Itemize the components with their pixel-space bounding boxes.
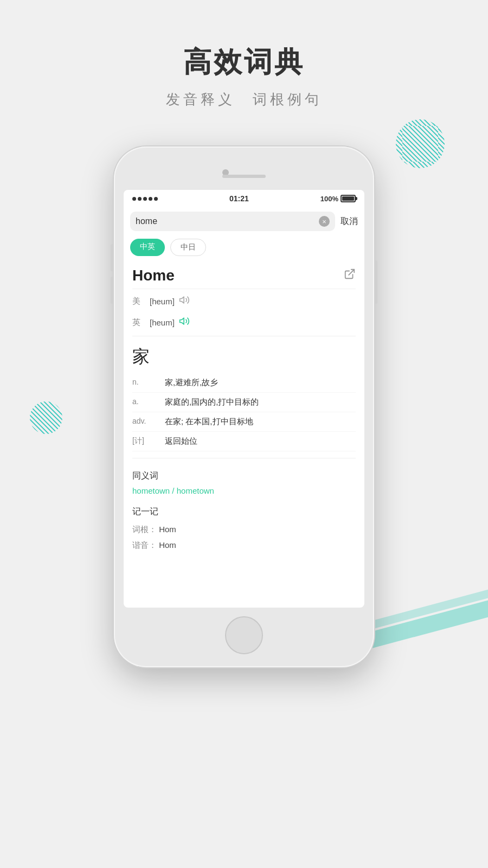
share-button[interactable] [344, 268, 356, 283]
pronunciation-uk: 英 [heum] [132, 310, 356, 331]
dictionary-content: Home 美 [heum] [124, 261, 364, 608]
tab-chinese-english[interactable]: 中英 [130, 239, 165, 256]
volume-up-button [111, 244, 114, 271]
pron-ipa-uk: [heum] [150, 318, 175, 327]
search-input-wrap[interactable]: home × [130, 212, 335, 231]
pron-label-us: 美 [132, 296, 145, 307]
memory-sound: 谐音： Hom [132, 538, 356, 553]
def-text-adv: 在家; 在本国,打中目标地 [165, 417, 356, 427]
memory-section: 记一记 词根： Hom 谐音： Hom [132, 501, 356, 559]
def-type-adv: adv. [132, 417, 165, 427]
memory-sound-value: Hom [159, 540, 176, 550]
battery-indicator: 100% [320, 195, 356, 203]
word-title: Home [132, 267, 175, 284]
signal-dot-2 [138, 197, 142, 201]
pron-ipa-us: [heum] [150, 297, 175, 306]
power-button [374, 260, 377, 304]
decoration-circle-large [396, 119, 445, 168]
definition-row-a: a. 家庭的,国内的,打中目标的 [132, 393, 356, 412]
app-subtitle: 发音释义 词根例句 [0, 90, 488, 109]
def-type-comp: [计] [132, 436, 165, 446]
phone-screen: 01:21 100% home × 取消 中英 中日 Hom [124, 190, 364, 608]
memory-sound-label: 谐音： [132, 540, 157, 550]
search-bar-row: home × 取消 [124, 207, 364, 235]
definition-row-comp: [计] 返回始位 [132, 432, 356, 451]
speaker [222, 175, 266, 178]
def-type-n: n. [132, 378, 165, 388]
home-button[interactable] [225, 616, 263, 654]
app-title: 高效词典 [0, 43, 488, 81]
word-header: Home [132, 261, 356, 289]
search-clear-button[interactable]: × [319, 216, 330, 227]
audio-us-button[interactable] [179, 295, 190, 308]
volume-down-button [111, 277, 114, 304]
battery-fill [342, 196, 354, 201]
memory-root-label: 词根： [132, 525, 157, 534]
audio-uk-button[interactable] [179, 316, 190, 329]
phone-frame: 01:21 100% home × 取消 中英 中日 Hom [114, 146, 374, 667]
memory-title: 记一记 [132, 506, 356, 518]
synonyms-link[interactable]: hometown / hometown [132, 486, 356, 495]
def-text-n: 家,避难所,故乡 [165, 378, 356, 388]
signal-indicator [132, 197, 158, 201]
svg-marker-2 [180, 318, 184, 324]
status-bar: 01:21 100% [124, 190, 364, 207]
signal-dot-3 [143, 197, 147, 201]
chinese-character: 家 [132, 336, 356, 373]
def-type-a: a. [132, 397, 165, 407]
synonyms-section: 同义词 hometown / hometown [132, 465, 356, 501]
definitions-list: n. 家,避难所,故乡 a. 家庭的,国内的,打中目标的 adv. 在家; 在本… [132, 373, 356, 451]
battery-percentage: 100% [320, 195, 338, 203]
svg-marker-1 [180, 297, 184, 303]
tab-chinese-japanese[interactable]: 中日 [170, 239, 206, 256]
decoration-circle-small [30, 401, 62, 434]
signal-dot-1 [132, 197, 136, 201]
def-text-comp: 返回始位 [165, 436, 356, 446]
header-section: 高效词典 发音释义 词根例句 [0, 43, 488, 109]
memory-root: 词根： Hom [132, 522, 356, 538]
definition-row-adv: adv. 在家; 在本国,打中目标地 [132, 412, 356, 432]
svg-line-0 [349, 270, 354, 275]
signal-dot-4 [149, 197, 152, 201]
language-tabs: 中英 中日 [124, 235, 364, 261]
memory-root-value: Hom [159, 525, 176, 534]
section-divider-1 [132, 458, 356, 458]
signal-dot-5 [154, 197, 158, 201]
battery-icon [341, 195, 356, 202]
synonyms-title: 同义词 [132, 470, 356, 482]
pron-label-uk: 英 [132, 317, 145, 328]
cancel-button[interactable]: 取消 [341, 216, 358, 227]
status-time: 01:21 [229, 194, 249, 203]
def-text-a: 家庭的,国内的,打中目标的 [165, 397, 356, 407]
definition-row-n: n. 家,避难所,故乡 [132, 373, 356, 393]
search-input-value[interactable]: home [136, 216, 316, 226]
pronunciation-us: 美 [heum] [132, 289, 356, 310]
